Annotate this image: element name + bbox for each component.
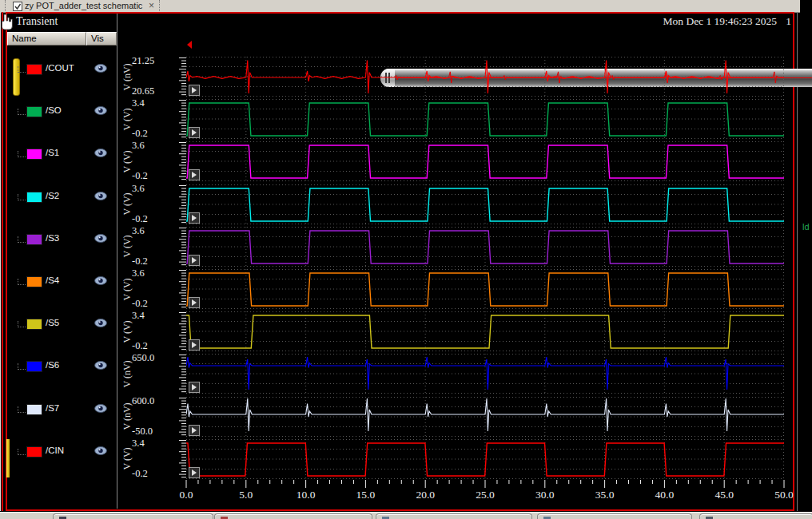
strip-min-label: -0.2 (132, 256, 177, 267)
strip-min-label: -0.2 (132, 298, 177, 310)
visibility-eye-icon[interactable] (94, 192, 107, 200)
play-icon (192, 342, 197, 348)
page-number: 1 (786, 15, 791, 28)
strip-play-button[interactable] (189, 467, 200, 478)
waveform-strip[interactable] (186, 439, 784, 479)
waveform-canvas (186, 99, 784, 139)
strip-unit-label: V (nV) (121, 397, 132, 437)
panel-separator (117, 14, 117, 509)
visibility-eye-icon[interactable] (94, 106, 107, 115)
signal-color-swatch (26, 361, 42, 372)
time-scrollbar[interactable] (184, 34, 770, 55)
strip-max-label: 3.6 (132, 183, 177, 195)
signal-row[interactable]: /S6 (8, 356, 117, 375)
signal-row[interactable]: /COUT (8, 59, 117, 78)
strip-unit-label: V (V) (121, 227, 132, 267)
x-axis-tick-label: 20.0 (405, 489, 445, 501)
strip-play-button[interactable] (189, 169, 200, 180)
signal-row[interactable]: /S4 (8, 271, 117, 291)
tree-branch-icon (18, 363, 26, 370)
signal-name: /CIN (46, 446, 64, 455)
taskbar-window-button[interactable] (53, 513, 213, 519)
strip-play-button[interactable] (189, 212, 200, 224)
visibility-eye-icon[interactable] (94, 319, 107, 327)
signal-row[interactable]: /S2 (8, 187, 117, 206)
signal-name: /SO (46, 105, 62, 115)
visibility-eye-icon[interactable] (94, 404, 107, 413)
visibility-eye-icon[interactable] (94, 446, 107, 455)
signal-row[interactable]: /S5 (8, 314, 117, 333)
signal-row[interactable]: /S1 (8, 144, 117, 163)
waveform-strip[interactable] (186, 141, 784, 181)
signal-row[interactable]: /SO (8, 101, 117, 121)
tree-branch-icon (18, 321, 26, 327)
strip-unit-label: V (V) (121, 311, 132, 351)
waveform-strip[interactable] (186, 184, 784, 224)
signal-row[interactable]: /CIN (8, 442, 117, 461)
taskbar-window-button[interactable] (376, 513, 532, 519)
signal-color-swatch (26, 64, 42, 75)
strip-play-button[interactable] (189, 425, 200, 436)
strip-unit-label: V (V) (121, 141, 132, 181)
tree-branch-icon (18, 279, 26, 285)
x-axis-tick-label: 0.0 (166, 489, 206, 501)
visibility-eye-icon[interactable] (94, 234, 107, 243)
strip-y-ruler (178, 141, 186, 181)
signal-name: /S7 (46, 403, 59, 413)
signal-color-swatch (26, 234, 42, 245)
x-axis-tick-label: 30.0 (525, 489, 565, 501)
strip-unit-label: V (V) (121, 99, 132, 139)
tab-close-icon[interactable]: × (149, 0, 154, 11)
x-axis-tick-label: 45.0 (704, 489, 744, 501)
signal-name: /S4 (46, 275, 59, 285)
tree-branch-icon (18, 151, 26, 157)
signal-row[interactable]: /S3 (8, 229, 117, 248)
signal-color-swatch (26, 404, 42, 415)
visibility-eye-icon[interactable] (94, 276, 107, 285)
play-icon (192, 257, 197, 263)
visibility-eye-icon[interactable] (94, 64, 107, 73)
tree-branch-icon (18, 109, 26, 115)
waveform-strip[interactable] (186, 354, 784, 394)
strip-play-button[interactable] (189, 255, 200, 266)
tab-bar: zy POT_adder_test schematic × (0, 0, 800, 13)
taskbar-window-button[interactable] (699, 513, 812, 519)
x-axis-tick-label: 15.0 (345, 489, 385, 501)
waveform-strip[interactable] (186, 227, 784, 267)
column-header-name[interactable]: Name (7, 32, 86, 46)
strip-y-ruler (178, 439, 186, 479)
visibility-eye-icon[interactable] (94, 149, 107, 157)
waveform-canvas (186, 141, 784, 181)
signal-color-swatch (26, 192, 42, 203)
scroll-left-arrow[interactable] (187, 41, 192, 49)
column-header-vis[interactable]: Vis (86, 32, 117, 46)
strip-play-button[interactable] (189, 382, 200, 393)
waveform-strip[interactable] (186, 311, 784, 351)
signal-row[interactable]: /S7 (8, 399, 117, 418)
tree-branch-icon (18, 194, 26, 200)
strip-min-label: -0.2 (132, 170, 177, 182)
taskbar-window-button[interactable] (537, 513, 692, 519)
strip-unit-label: V (nV) (121, 57, 132, 97)
play-icon (192, 87, 197, 93)
waveform-canvas (186, 397, 784, 437)
strip-play-button[interactable] (189, 85, 200, 96)
strip-play-button[interactable] (189, 339, 200, 351)
waveform-canvas (186, 439, 784, 479)
tree-branch-icon (18, 449, 26, 455)
screen: zy POT_adder_test schematic × Transient … (0, 0, 812, 519)
signal-color-swatch (26, 276, 42, 287)
waveform-strip[interactable] (186, 397, 784, 437)
strip-y-ruler (178, 354, 186, 394)
waveform-strip[interactable] (186, 269, 784, 309)
visibility-eye-icon[interactable] (94, 361, 107, 370)
waveform-strip[interactable] (186, 99, 784, 139)
checkbox-check-icon (13, 2, 22, 11)
taskbar-window-button[interactable] (214, 513, 372, 519)
waveform-strip[interactable] (186, 57, 784, 97)
strip-play-button[interactable] (189, 127, 200, 138)
x-axis-tick-label: 5.0 (226, 489, 266, 501)
tab-schematic[interactable]: zy POT_adder_test schematic × (5, 0, 160, 11)
strip-play-button[interactable] (189, 297, 200, 308)
signal-name: /S3 (46, 233, 59, 243)
